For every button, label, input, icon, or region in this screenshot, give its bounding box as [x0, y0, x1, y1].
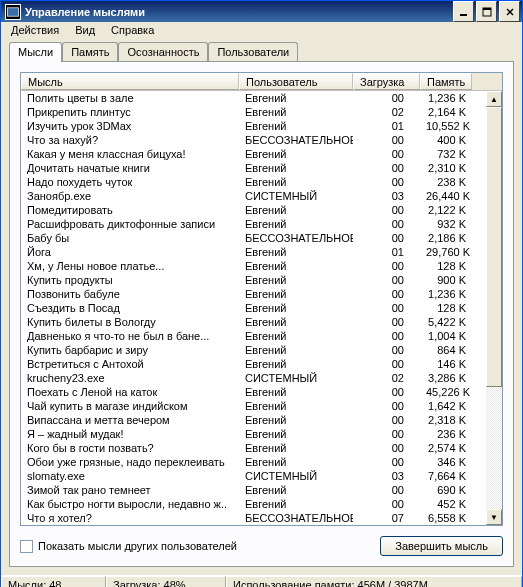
cell-t: Прикрепить плинтус — [21, 105, 239, 119]
cell-l: 00 — [353, 399, 420, 413]
cell-l: 00 — [353, 259, 420, 273]
cell-t: Встретиться с Антохой — [21, 357, 239, 371]
table-row[interactable]: Изучить урок 3DMaxЕвгений0110,552 K — [21, 119, 486, 133]
status-thoughts: Мысли: 48 — [1, 576, 106, 587]
menu-help[interactable]: Справка — [103, 22, 162, 38]
cell-l: 00 — [353, 497, 420, 511]
table-row[interactable]: Прикрепить плинтусЕвгений022,164 K — [21, 105, 486, 119]
table-row[interactable]: Что я хотел?БЕССОЗНАТЕЛЬНОЕ076,558 K — [21, 511, 486, 525]
cell-l: 01 — [353, 119, 420, 133]
table-row[interactable]: Дочитать начатые книгиЕвгений002,310 K — [21, 161, 486, 175]
cell-m: 6,558 K — [420, 511, 472, 525]
tab-awareness[interactable]: Осознанность — [118, 42, 208, 61]
cell-m: 2,318 K — [420, 413, 472, 427]
cell-m: 2,164 K — [420, 105, 472, 119]
column-load[interactable]: Загрузка — [353, 73, 420, 90]
table-row[interactable]: Поехать с Леной на катокЕвгений0045,226 … — [21, 385, 486, 399]
column-user[interactable]: Пользователь — [239, 73, 353, 90]
tab-thoughts[interactable]: Мысли — [9, 42, 62, 62]
svg-rect-0 — [7, 7, 18, 15]
minimize-button[interactable] — [453, 1, 474, 22]
table-row[interactable]: Бабу быБЕССОЗНАТЕЛЬНОЕ002,186 K — [21, 231, 486, 245]
table-row[interactable]: Я – жадный мудак!Евгений00236 K — [21, 427, 486, 441]
cell-u: СИСТЕМНЫЙ — [239, 469, 353, 483]
cell-l: 03 — [353, 189, 420, 203]
table-row[interactable]: Надо похудеть чутокЕвгений00238 K — [21, 175, 486, 189]
cell-m: 732 K — [420, 147, 472, 161]
cell-t: Купить продукты — [21, 273, 239, 287]
table-row[interactable]: ПомедитироватьЕвгений002,122 K — [21, 203, 486, 217]
cell-t: Полить цветы в зале — [21, 91, 239, 105]
table-row[interactable]: Хм, у Лены новое платье...Евгений00128 K — [21, 259, 486, 273]
table-row[interactable]: Какая у меня классная бицуха!Евгений0073… — [21, 147, 486, 161]
table-row[interactable]: Полить цветы в залеЕвгений001,236 K — [21, 91, 486, 105]
cell-l: 00 — [353, 427, 420, 441]
show-others-checkbox[interactable]: Показать мысли других пользователей — [20, 540, 372, 553]
table-row[interactable]: Купить продуктыЕвгений00900 K — [21, 273, 486, 287]
checkbox-box[interactable] — [20, 540, 33, 553]
cell-u: БЕССОЗНАТЕЛЬНОЕ — [239, 231, 353, 245]
cell-l: 02 — [353, 105, 420, 119]
cell-l: 00 — [353, 91, 420, 105]
table-row[interactable]: Расшифровать диктофонные записиЕвгений00… — [21, 217, 486, 231]
cell-m: 45,226 K — [420, 385, 472, 399]
cell-u: Евгений — [239, 329, 353, 343]
scroll-up-button[interactable]: ▲ — [486, 91, 502, 107]
cell-l: 01 — [353, 245, 420, 259]
table-row[interactable]: slomaty.exeСИСТЕМНЫЙ037,664 K — [21, 469, 486, 483]
table-row[interactable]: Встретиться с АнтохойЕвгений00146 K — [21, 357, 486, 371]
scroll-down-button[interactable]: ▼ — [486, 509, 502, 525]
table-row[interactable]: ЙогаЕвгений0129,760 K — [21, 245, 486, 259]
cell-t: Обои уже грязные, надо переклеивать — [21, 455, 239, 469]
close-button[interactable] — [499, 1, 520, 22]
column-thought[interactable]: Мысль — [21, 73, 239, 90]
cell-t: Какая у меня классная бицуха! — [21, 147, 239, 161]
titlebar[interactable]: Управление мыслями — [1, 1, 522, 22]
table-row[interactable]: Что за нахуй?БЕССОЗНАТЕЛЬНОЕ00400 K — [21, 133, 486, 147]
table-row[interactable]: Чай купить в магазе индийскомЕвгений001,… — [21, 399, 486, 413]
table-row[interactable]: Випассана и метта вечеромЕвгений002,318 … — [21, 413, 486, 427]
cell-t: Випассана и метта вечером — [21, 413, 239, 427]
tab-strip: Мысли Память Осознанность Пользователи — [9, 42, 514, 61]
table-row[interactable]: Заноябр.exeСИСТЕМНЫЙ0326,440 K — [21, 189, 486, 203]
vertical-scrollbar[interactable]: ▲ ▼ — [486, 91, 502, 525]
table-row[interactable]: Кого бы в гости позвать?Евгений002,574 K — [21, 441, 486, 455]
table-row[interactable]: krucheny23.exeСИСТЕМНЫЙ023,286 K — [21, 371, 486, 385]
table-row[interactable]: Купить билеты в ВологдуЕвгений005,422 K — [21, 315, 486, 329]
cell-m: 5,422 K — [420, 315, 472, 329]
cell-u: Евгений — [239, 441, 353, 455]
cell-u: Евгений — [239, 427, 353, 441]
cell-t: Съездить в Посад — [21, 301, 239, 315]
cell-l: 00 — [353, 217, 420, 231]
end-thought-button[interactable]: Завершить мысль — [380, 536, 503, 556]
cell-u: Евгений — [239, 497, 353, 511]
table-row[interactable]: Как быстро ногти выросли, недавно ж..Евг… — [21, 497, 486, 511]
listview-body[interactable]: Полить цветы в залеЕвгений001,236 KПрикр… — [21, 91, 486, 525]
table-row[interactable]: Зимой так рано темнеетЕвгений00690 K — [21, 483, 486, 497]
column-memory[interactable]: Память — [420, 73, 472, 90]
cell-t: Давненько я что-то не был в бане... — [21, 329, 239, 343]
tab-users[interactable]: Пользователи — [208, 42, 298, 61]
menu-view[interactable]: Вид — [67, 22, 103, 38]
cell-u: Евгений — [239, 119, 353, 133]
table-row[interactable]: Обои уже грязные, надо переклеиватьЕвген… — [21, 455, 486, 469]
table-row[interactable]: Купить барбарис и зируЕвгений00864 K — [21, 343, 486, 357]
statusbar: Мысли: 48 Загрузка: 48% Использование па… — [1, 575, 522, 587]
cell-t: Поехать с Леной на каток — [21, 385, 239, 399]
table-row[interactable]: Позвонить бабулеЕвгений001,236 K — [21, 287, 486, 301]
tab-memory[interactable]: Память — [62, 42, 118, 61]
tab-panel: Мысль Пользователь Загрузка Память Полит… — [9, 61, 514, 567]
status-load: Загрузка: 48% — [106, 576, 226, 587]
cell-u: Евгений — [239, 287, 353, 301]
cell-m: 128 K — [420, 301, 472, 315]
cell-m: 26,440 K — [420, 189, 472, 203]
cell-t: Чай купить в магазе индийском — [21, 399, 239, 413]
scroll-thumb[interactable] — [486, 107, 502, 387]
menu-actions[interactable]: Действия — [3, 22, 67, 38]
table-row[interactable]: Съездить в ПосадЕвгений00128 K — [21, 301, 486, 315]
client-area: Мысли Память Осознанность Пользователи М… — [1, 38, 522, 575]
table-row[interactable]: Давненько я что-то не был в бане...Евген… — [21, 329, 486, 343]
scroll-track[interactable] — [486, 107, 502, 509]
cell-l: 00 — [353, 413, 420, 427]
maximize-button[interactable] — [476, 1, 497, 22]
